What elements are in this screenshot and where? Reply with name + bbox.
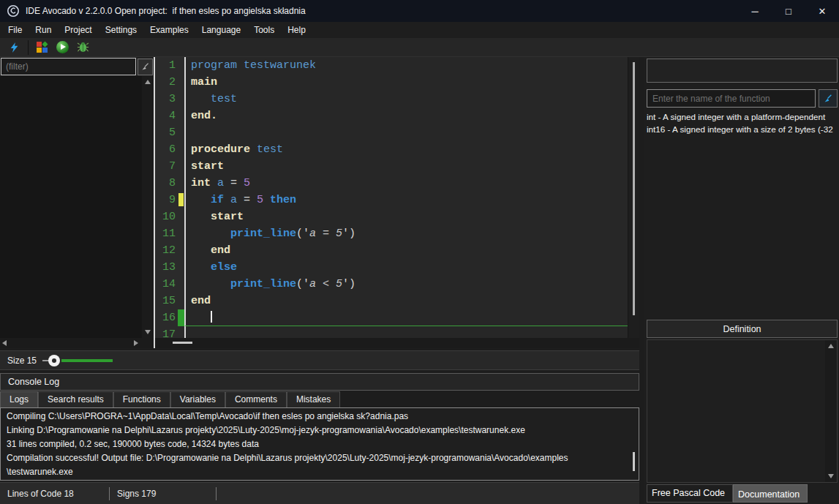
code-text[interactable]: start — [184, 158, 628, 175]
code-text[interactable]: program testwarunek — [184, 57, 628, 74]
code-text[interactable]: print_line('a < 5') — [184, 276, 628, 293]
code-line-5[interactable]: 5 — [155, 124, 628, 141]
line-marker[interactable] — [178, 293, 184, 309]
code-line-2[interactable]: 2main — [155, 74, 628, 91]
console-tab[interactable]: Mistakes — [287, 391, 340, 407]
code-text[interactable]: end — [184, 293, 628, 309]
symbols-horizontal-scrollbar[interactable] — [0, 338, 154, 348]
code-line-9[interactable]: 9 if a = 5 then — [155, 192, 628, 208]
code-text[interactable]: if a = 5 then — [184, 192, 628, 208]
symbols-vertical-scrollbar[interactable] — [142, 76, 154, 338]
definition-scrollbar[interactable] — [825, 340, 837, 482]
code-text[interactable] — [184, 326, 628, 338]
code-line-8[interactable]: 8int a = 5 — [155, 175, 628, 192]
menu-item[interactable]: Help — [281, 23, 312, 37]
clear-search-button[interactable] — [819, 89, 838, 108]
function-search-input[interactable] — [647, 89, 816, 108]
code-line-7[interactable]: 7start — [155, 158, 628, 175]
code-line-11[interactable]: 11 print_line('a = 5') — [155, 225, 628, 242]
line-marker-yellow[interactable] — [178, 192, 184, 208]
line-marker[interactable] — [178, 175, 184, 192]
code-text[interactable] — [184, 309, 628, 326]
line-marker[interactable] — [178, 208, 184, 225]
compile-lightning-icon[interactable] — [8, 41, 21, 54]
scroll-up-icon[interactable] — [828, 344, 834, 348]
log-scroll-thumb[interactable] — [633, 452, 635, 471]
code-text[interactable]: int a = 5 — [184, 175, 628, 192]
line-marker[interactable] — [178, 276, 184, 293]
line-marker[interactable] — [178, 141, 184, 158]
filter-input[interactable] — [1, 58, 136, 75]
code-line-16[interactable]: 16 — [155, 309, 628, 326]
line-marker[interactable] — [178, 242, 184, 259]
close-button[interactable]: ✕ — [805, 0, 839, 22]
font-size-slider[interactable] — [42, 354, 113, 367]
code-line-14[interactable]: 14 print_line('a < 5') — [155, 276, 628, 293]
console-tab[interactable]: Logs — [0, 391, 38, 407]
debug-bug-icon[interactable] — [76, 41, 89, 54]
slider-track-filled[interactable] — [61, 359, 113, 362]
scroll-left-icon[interactable] — [2, 340, 7, 346]
code-text[interactable]: else — [184, 259, 628, 276]
console-tab[interactable]: Functions — [113, 391, 170, 407]
menu-item[interactable]: File — [1, 23, 29, 37]
editor-vertical-scrollbar[interactable] — [628, 57, 639, 338]
right-panel-tab[interactable]: Free Pascal Code — [647, 484, 733, 503]
line-marker-current[interactable] — [178, 309, 184, 326]
code-line-6[interactable]: 6procedure test — [155, 141, 628, 158]
menu-item[interactable]: Project — [58, 23, 98, 37]
menu-item[interactable]: Language — [195, 23, 247, 37]
menu-item[interactable]: Tools — [247, 23, 281, 37]
menu-item[interactable]: Settings — [99, 23, 143, 37]
editor-horizontal-scrollbar[interactable] — [155, 338, 639, 348]
code-line-17[interactable]: 17 — [155, 326, 628, 338]
code-text[interactable]: start — [184, 208, 628, 225]
line-marker[interactable] — [178, 225, 184, 242]
code-line-3[interactable]: 3 test — [155, 91, 628, 108]
code-line-10[interactable]: 10 start — [155, 208, 628, 225]
slider-thumb[interactable] — [48, 355, 60, 366]
symbols-list[interactable] — [0, 76, 142, 338]
line-marker[interactable] — [178, 259, 184, 276]
code-line-15[interactable]: 15end — [155, 293, 628, 309]
line-marker[interactable] — [178, 57, 184, 74]
menu-item[interactable]: Run — [29, 23, 58, 37]
project-blocks-icon[interactable] — [35, 41, 48, 54]
log-output[interactable]: Compiling C:\Users\PROGRA~1\AppData\Loca… — [0, 407, 639, 481]
code-line-4[interactable]: 4end. — [155, 108, 628, 124]
line-marker[interactable] — [178, 91, 184, 108]
code-text[interactable] — [184, 124, 628, 141]
code-text[interactable]: end — [184, 242, 628, 259]
scroll-up-icon[interactable] — [145, 80, 151, 84]
code-line-12[interactable]: 12 end — [155, 242, 628, 259]
code-text[interactable]: procedure test — [184, 141, 628, 158]
run-play-icon[interactable] — [56, 41, 69, 54]
line-marker[interactable] — [178, 74, 184, 91]
code-text[interactable]: end. — [184, 108, 628, 124]
console-tab[interactable]: Variables — [170, 391, 225, 407]
line-marker[interactable] — [178, 158, 184, 175]
scroll-right-icon[interactable] — [134, 340, 138, 346]
function-result-item[interactable]: int16 - A signed integer with a size of … — [647, 123, 838, 135]
line-marker[interactable] — [178, 108, 184, 124]
minimize-button[interactable]: ─ — [738, 0, 772, 22]
code-area[interactable]: 1program testwarunek2main3 test4end.56pr… — [155, 57, 628, 338]
editor-horizontal-scroll-thumb[interactable] — [173, 342, 192, 344]
code-text[interactable]: main — [184, 74, 628, 91]
code-line-1[interactable]: 1program testwarunek — [155, 57, 628, 74]
line-marker[interactable] — [178, 124, 184, 141]
editor-vertical-scroll-thumb[interactable] — [633, 62, 635, 315]
maximize-button[interactable]: □ — [772, 0, 805, 22]
code-text[interactable]: test — [184, 91, 628, 108]
code-text[interactable]: print_line('a = 5') — [184, 225, 628, 242]
console-tab[interactable]: Comments — [225, 391, 287, 407]
clear-filter-button[interactable] — [138, 59, 153, 75]
scroll-down-icon[interactable] — [828, 474, 834, 478]
menu-item[interactable]: Examples — [143, 23, 195, 37]
line-marker[interactable] — [178, 326, 184, 338]
console-tab[interactable]: Search results — [38, 391, 113, 407]
definition-content[interactable] — [647, 340, 825, 482]
scroll-down-icon[interactable] — [145, 330, 151, 334]
function-result-item[interactable]: int - A signed integer with a platform-d… — [647, 110, 838, 123]
right-panel-tab[interactable]: Documentation — [733, 484, 808, 503]
